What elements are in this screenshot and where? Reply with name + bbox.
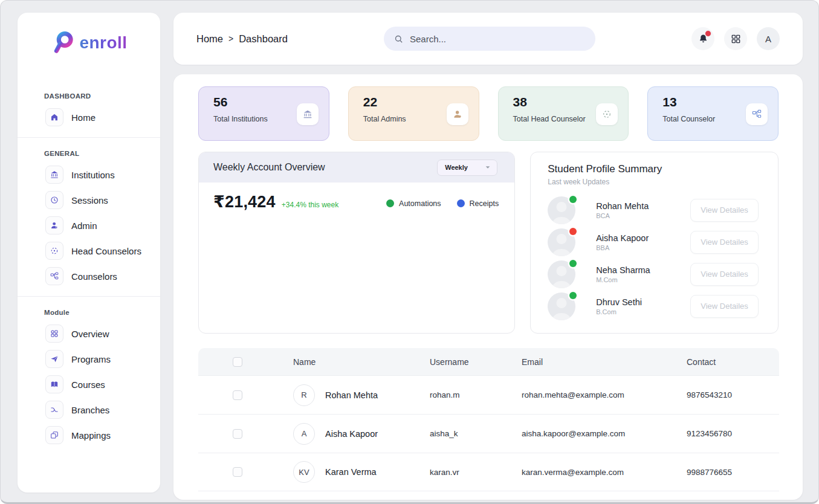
status-dot <box>569 228 577 235</box>
sidebar-item-branches[interactable]: Branches <box>18 401 160 419</box>
cell-username: rohan.m <box>413 390 503 399</box>
view-details-button[interactable]: View Detailes <box>690 231 759 254</box>
app-frame: enroll DASHBOARD Home GENERAL Institutio… <box>0 0 819 504</box>
student-list: Rohan Mehta BCA View Detailes Aisha Kapo… <box>548 194 759 322</box>
row-checkbox[interactable] <box>233 467 242 477</box>
weekly-overview-title: Weekly Account Overview <box>213 162 325 173</box>
student-program: BCA <box>596 212 649 219</box>
student-program: B.Com <box>596 308 642 315</box>
sidebar-item-institutions[interactable]: Institutions <box>18 166 160 184</box>
send-icon <box>45 350 63 368</box>
student-avatar <box>548 228 575 256</box>
search-bar[interactable] <box>384 27 595 51</box>
topbar: Home > Dashboard <box>173 13 803 65</box>
column-header-contact: Contact <box>670 357 779 367</box>
book-icon <box>45 375 63 393</box>
hierarchy-icon <box>746 103 768 125</box>
select-all-checkbox[interactable] <box>233 357 242 367</box>
sidebar: enroll DASHBOARD Home GENERAL Institutio… <box>18 13 160 493</box>
sidebar-item-sessions[interactable]: Sessions <box>18 191 160 209</box>
status-dot <box>569 260 577 267</box>
cell-name: Aisha Kapoor <box>325 429 378 439</box>
sidebar-item-courses[interactable]: Courses <box>18 375 160 393</box>
cell-name: Karan Verma <box>325 467 377 477</box>
student-avatar <box>548 260 575 288</box>
person-icon <box>447 103 468 125</box>
student-row: Dhruv Sethi B.Com View Detailes <box>548 290 759 322</box>
brand-logo-icon <box>50 30 77 56</box>
topbar-actions: A <box>691 13 780 65</box>
view-details-button[interactable]: View Detailes <box>690 295 759 318</box>
cell-username: aisha_k <box>413 429 503 438</box>
history-clock-icon <box>45 191 63 209</box>
cell-name: Rohan Mehta <box>325 390 378 400</box>
range-select[interactable]: Weekly <box>437 160 497 176</box>
brand-logo[interactable]: enroll <box>18 13 160 56</box>
table-row: A Aisha Kapoor aisha_k aisha.kapoor@exam… <box>198 414 779 453</box>
branch-icon <box>45 401 63 419</box>
cell-contact: 9988776655 <box>670 468 779 477</box>
breadcrumb-separator: > <box>228 34 233 44</box>
row-checkbox[interactable] <box>233 390 242 400</box>
stats-row: 56 Total Institutions 22 Total Admins <box>198 86 779 141</box>
student-name: Dhruv Sethi <box>596 297 642 307</box>
sidebar-section-dashboard: DASHBOARD <box>44 92 160 100</box>
notification-badge <box>705 30 711 37</box>
users-table: Name Username Email Contact R Rohan Meht… <box>198 348 779 491</box>
row-checkbox[interactable] <box>233 429 242 439</box>
column-header-email: Email <box>503 357 670 367</box>
search-input[interactable] <box>410 34 586 44</box>
stat-card-head-counselors: 38 Total Head Counselor <box>498 86 629 141</box>
student-avatar <box>548 292 575 320</box>
stat-card-counselors: 13 Total Counselor <box>647 86 779 141</box>
sidebar-section-module: Module <box>44 309 160 316</box>
student-program: M.Com <box>596 276 650 283</box>
legend-dot-green <box>386 199 394 207</box>
hierarchy-icon <box>45 267 63 285</box>
overview-delta: +34.4% this week <box>282 201 338 209</box>
row-avatar: R <box>293 384 315 406</box>
sidebar-item-counselors[interactable]: Counselors <box>18 267 160 285</box>
brand-name: enroll <box>79 33 127 53</box>
user-avatar[interactable]: A <box>757 27 780 50</box>
table-row: KV Karan Verma karan.vr karan.verma@exam… <box>198 453 779 491</box>
sidebar-item-programs[interactable]: Programs <box>18 350 160 368</box>
target-icon <box>596 103 618 125</box>
student-program: BBA <box>596 244 649 251</box>
target-icon <box>45 242 63 260</box>
weekly-overview-stats: ₹21,424 +34.4% this week Automations Rec… <box>199 183 514 212</box>
status-dot <box>569 292 577 299</box>
sidebar-divider <box>18 137 160 138</box>
legend-item-automations: Automations <box>386 199 441 208</box>
cell-email: karan.verma@example.com <box>503 468 670 477</box>
sidebar-item-head-counselors[interactable]: Head Counselors <box>18 242 160 260</box>
sidebar-section-general: GENERAL <box>44 150 160 157</box>
chart-legend: Automations Receipts <box>386 199 499 208</box>
apps-button[interactable] <box>724 27 747 50</box>
weekly-overview-card: Weekly Account Overview Weekly ₹21,424 +… <box>198 152 515 334</box>
view-details-button[interactable]: View Detailes <box>690 199 759 222</box>
sidebar-item-mappings[interactable]: Mappings <box>18 426 160 444</box>
table-row: R Rohan Mehta rohan.m rohan.mehta@exampl… <box>198 375 779 414</box>
grid-shapes-icon <box>45 325 63 343</box>
weekly-overview-header: Weekly Account Overview Weekly <box>199 152 514 183</box>
sidebar-item-overview[interactable]: Overview <box>18 325 160 343</box>
home-icon <box>45 108 63 126</box>
column-header-username: Username <box>413 357 503 367</box>
stat-card-admins: 22 Total Admins <box>348 86 479 141</box>
student-avatar <box>548 196 575 224</box>
view-details-button[interactable]: View Detailes <box>690 263 759 286</box>
sidebar-item-admin[interactable]: Admin <box>18 216 160 234</box>
cell-username: karan.vr <box>413 468 503 477</box>
breadcrumb-home[interactable]: Home <box>196 33 223 45</box>
sidebar-item-home[interactable]: Home <box>18 108 160 126</box>
middle-row: Weekly Account Overview Weekly ₹21,424 +… <box>198 152 779 334</box>
student-summary-card: Student Profile Summary Last week Update… <box>530 152 779 334</box>
notifications-button[interactable] <box>691 27 714 50</box>
row-avatar: KV <box>293 461 315 483</box>
bank-icon <box>297 103 319 125</box>
column-header-name: Name <box>277 357 413 367</box>
legend-item-receipts: Receipts <box>457 199 499 208</box>
student-name: Rohan Mehta <box>596 201 649 211</box>
search-icon <box>393 34 404 44</box>
